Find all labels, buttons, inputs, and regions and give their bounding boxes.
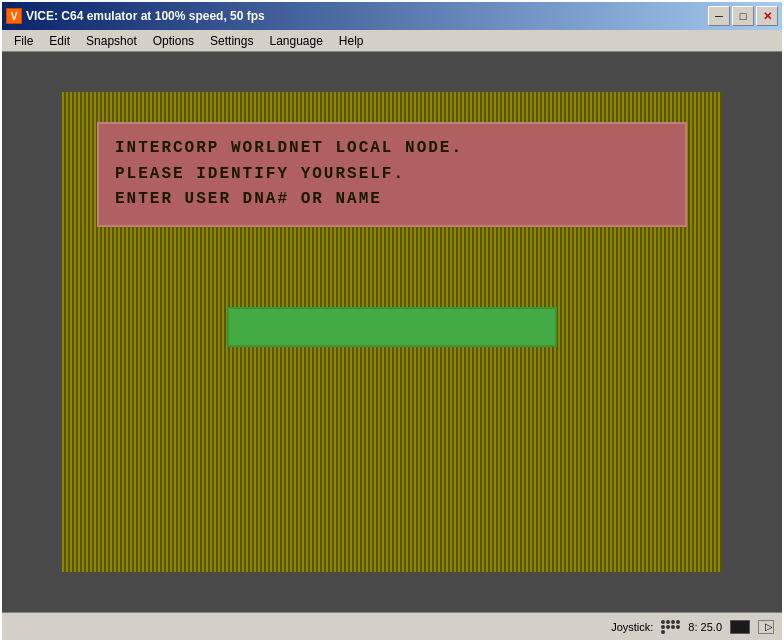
dot-5 — [661, 625, 665, 629]
menu-help[interactable]: Help — [331, 32, 372, 50]
dot-7 — [671, 625, 675, 629]
dot-1 — [661, 620, 665, 624]
title-bar: V VICE: C64 emulator at 100% speed, 50 f… — [2, 2, 782, 30]
emulator-area[interactable]: INTERCORP WORLDNET LOCAL NODE. PLEASE ID… — [2, 52, 782, 612]
close-button[interactable]: ✕ — [756, 6, 778, 26]
c64-screen[interactable]: INTERCORP WORLDNET LOCAL NODE. PLEASE ID… — [62, 92, 722, 572]
joystick-label: Joystick: — [611, 621, 653, 633]
app-icon: V — [6, 8, 22, 24]
c64-line-3: ENTER USER DNA# OR NAME — [115, 187, 669, 213]
app-window: V VICE: C64 emulator at 100% speed, 50 f… — [0, 0, 784, 642]
dot-9 — [661, 630, 665, 634]
c64-inner: INTERCORP WORLDNET LOCAL NODE. PLEASE ID… — [62, 92, 722, 572]
dot-6 — [666, 625, 670, 629]
window-title: VICE: C64 emulator at 100% speed, 50 fps — [26, 9, 265, 23]
dot-8 — [676, 625, 680, 629]
maximize-button[interactable]: □ — [732, 6, 754, 26]
menu-file[interactable]: File — [6, 32, 41, 50]
menu-settings[interactable]: Settings — [202, 32, 261, 50]
dot-2 — [666, 620, 670, 624]
dot-4 — [676, 620, 680, 624]
c64-line-1: INTERCORP WORLDNET LOCAL NODE. — [115, 136, 669, 162]
c64-text-box: INTERCORP WORLDNET LOCAL NODE. PLEASE ID… — [97, 122, 687, 227]
joystick-dots — [661, 620, 680, 634]
status-bar: Joystick: 8: 25.0 — [2, 612, 782, 640]
dot-3 — [671, 620, 675, 624]
window-controls: ─ □ ✕ — [708, 6, 778, 26]
menu-options[interactable]: Options — [145, 32, 202, 50]
minimize-button[interactable]: ─ — [708, 6, 730, 26]
coordinates-display: 8: 25.0 — [688, 621, 722, 633]
status-flag — [758, 620, 774, 634]
status-box — [730, 620, 750, 634]
title-bar-left: V VICE: C64 emulator at 100% speed, 50 f… — [6, 8, 265, 24]
menu-language[interactable]: Language — [261, 32, 330, 50]
menu-edit[interactable]: Edit — [41, 32, 78, 50]
menu-bar: File Edit Snapshot Options Settings Lang… — [2, 30, 782, 52]
menu-snapshot[interactable]: Snapshot — [78, 32, 145, 50]
c64-input-area[interactable] — [227, 307, 557, 347]
c64-line-2: PLEASE IDENTIFY YOURSELF. — [115, 162, 669, 188]
